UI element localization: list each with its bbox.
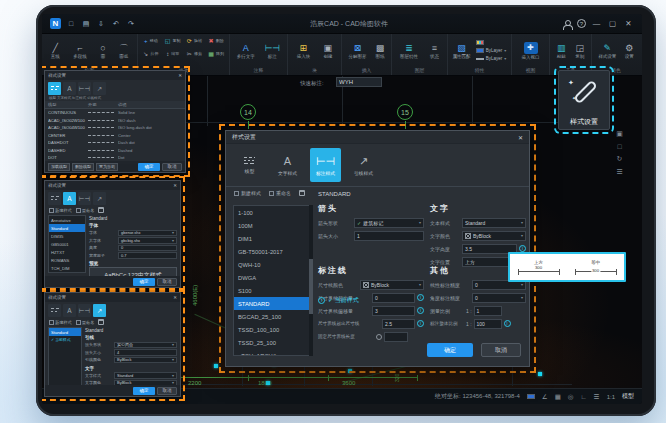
scale-indicator[interactable]: 1:1: [607, 394, 615, 400]
text-style-dropdown[interactable]: Standard▾: [462, 218, 526, 228]
measure-scale-input[interactable]: 1: [474, 306, 502, 316]
ok-button[interactable]: 确定: [133, 387, 155, 395]
tab-leader-style[interactable]: ↗: [93, 82, 106, 95]
leader-style-list[interactable]: Standard ✓ 当前样式: [48, 327, 82, 389]
text-style-item[interactable]: HZTXT: [49, 248, 85, 256]
tab-leader-style[interactable]: ↗: [93, 304, 106, 317]
paste-tool[interactable]: ▥粘贴: [557, 43, 566, 59]
side-tool-icon[interactable]: ▣: [616, 130, 623, 138]
linetype-row[interactable]: ACAD_ISO04W100ISO long-dash dot: [45, 124, 185, 132]
grip-point[interactable]: [266, 381, 270, 385]
tab-linetype[interactable]: 线型: [234, 148, 265, 182]
style-list-item[interactable]: DWGA: [234, 271, 312, 284]
style-list-item[interactable]: TSSD_25_100: [234, 336, 312, 349]
text-style-item[interactable]: DIM35: [49, 232, 85, 240]
osnap-icon[interactable]: ◎: [568, 393, 574, 401]
tab-text-style[interactable]: A: [63, 82, 76, 95]
style-list-item[interactable]: BGCAD_25_100: [234, 310, 312, 323]
dimension-tool[interactable]: ⊢⊣标注: [264, 43, 280, 59]
grip-point[interactable]: [214, 364, 218, 368]
load-linetype-button[interactable]: 加载线型: [48, 163, 70, 171]
stretch-tool[interactable]: ↘拉伸: [140, 47, 162, 60]
new-file-icon[interactable]: □: [66, 20, 76, 27]
panel-close-icon[interactable]: ✕: [178, 73, 182, 78]
maximize-button[interactable]: ▢: [607, 19, 618, 28]
leader-style-item[interactable]: Standard: [49, 328, 81, 336]
scrollbar-thumb[interactable]: [309, 259, 313, 313]
delete-style-icon[interactable]: [98, 207, 104, 213]
undo-icon[interactable]: ↶: [111, 20, 121, 28]
close-button[interactable]: ✕: [623, 19, 634, 28]
ext-beyond-dimline-input[interactable]: 2.5: [382, 319, 415, 329]
height-input[interactable]: 0: [118, 245, 177, 252]
linetype-row[interactable]: ACAD_ISO02W100ISO dash: [45, 117, 185, 125]
delete-linetype-button[interactable]: 删除线型: [72, 163, 94, 171]
style-list-item[interactable]: _TCH_ARCH&: [234, 349, 312, 356]
layer-state-tool[interactable]: ≡状态: [430, 43, 439, 59]
create-block-tool[interactable]: ▣创建: [323, 43, 332, 59]
linetype-bylayer-dropdown[interactable]: ByLayer▾: [476, 55, 507, 62]
inline-command-input[interactable]: [336, 77, 382, 87]
model-tab[interactable]: 模型: [622, 392, 634, 401]
list-scrollbar[interactable]: [309, 205, 313, 356]
arrow-size-input[interactable]: 1: [354, 231, 424, 241]
text-style-item[interactable]: ROMANS: [49, 256, 85, 264]
tab-dimension-style[interactable]: ⊢⊣标注样式: [310, 148, 341, 182]
set-current-button[interactable]: 置为当前: [96, 163, 118, 171]
overall-scale-input[interactable]: 100: [474, 319, 502, 329]
delete-style-icon[interactable]: [299, 190, 305, 196]
cancel-button[interactable]: 取消: [157, 387, 177, 395]
mtext-tool[interactable]: A多行文字: [237, 43, 255, 59]
tab-linetype[interactable]: [48, 192, 61, 205]
color-bylayer-dropdown[interactable]: ByLayer▾: [476, 47, 507, 54]
erase-tool[interactable]: ✖删除: [205, 34, 227, 47]
style-list-item[interactable]: S100: [234, 284, 312, 297]
tab-linetype[interactable]: [48, 82, 61, 95]
grip-point[interactable]: [348, 369, 352, 373]
style-settings-callout-tile[interactable]: ✦ ✦ 样式设置: [558, 70, 610, 130]
ok-button[interactable]: 确定: [133, 278, 155, 286]
settings-tool[interactable]: ⚙设置: [625, 43, 634, 59]
cancel-button[interactable]: 取消: [481, 343, 521, 357]
style-list-item[interactable]: 1-100: [234, 206, 312, 219]
fixed-ext-line-toggle[interactable]: [376, 334, 382, 340]
copy-tool[interactable]: ◱复制: [162, 34, 184, 47]
rename-style-button[interactable]: 重命名: [76, 208, 95, 213]
line-tool[interactable]: ╱直线: [51, 43, 60, 59]
tab-leader-style[interactable]: ↗: [93, 192, 106, 205]
scale-tool[interactable]: ↕缩放: [162, 47, 184, 60]
user-icon[interactable]: [562, 19, 572, 29]
tab-dimension-style[interactable]: ⊢⊣: [78, 82, 91, 95]
leader-arrow-dropdown[interactable]: 实心闭合▾: [114, 342, 177, 349]
style-list-item[interactable]: TSSD_100_100: [234, 323, 312, 336]
text-style-item[interactable]: TCH_DIM: [49, 264, 85, 272]
explode-tool[interactable]: ⊠分解图形: [349, 43, 367, 59]
text-style-item[interactable]: GB50001: [49, 240, 85, 248]
tab-linetype[interactable]: [48, 304, 61, 317]
insert-viewport-tool[interactable]: ✚插入视口: [522, 42, 540, 60]
new-style-button[interactable]: 新建样式: [49, 320, 72, 325]
ok-button[interactable]: 确定: [138, 163, 160, 171]
redo-icon[interactable]: ↷: [126, 20, 136, 28]
copy-clip-tool[interactable]: ◲复制: [575, 43, 584, 59]
move-tool[interactable]: +移动: [140, 34, 162, 47]
style-list-item[interactable]: STANDARD: [234, 297, 312, 310]
color-palette[interactable]: [476, 39, 507, 46]
tab-leader-style[interactable]: ↗引线样式: [348, 148, 379, 182]
linetype-row[interactable]: DASHDOTDash dot: [45, 139, 185, 147]
text-style-list[interactable]: AnnotativeStandardDIM35GB50001HZTXTROMAN…: [48, 215, 86, 273]
circle-tool[interactable]: ○圆: [100, 43, 105, 59]
lineweight-icon[interactable]: ☰: [594, 393, 600, 401]
help-icon[interactable]: ?: [577, 19, 586, 28]
ok-button[interactable]: 确定: [427, 343, 473, 357]
open-file-icon[interactable]: ▤: [81, 20, 91, 28]
cancel-button[interactable]: 取消: [157, 278, 177, 286]
dimline-color-dropdown[interactable]: ByBlock▾: [360, 280, 424, 290]
minimize-button[interactable]: —: [591, 19, 602, 28]
ext-line-extension-input[interactable]: 0: [372, 293, 415, 303]
width-factor-input[interactable]: 0.7: [118, 252, 177, 259]
angle-snap-icon[interactable]: ∠: [542, 393, 548, 401]
fixed-ext-line-input[interactable]: [384, 332, 408, 342]
cancel-button[interactable]: 取消: [162, 163, 182, 171]
axis-bubble-14[interactable]: 14: [240, 104, 256, 120]
